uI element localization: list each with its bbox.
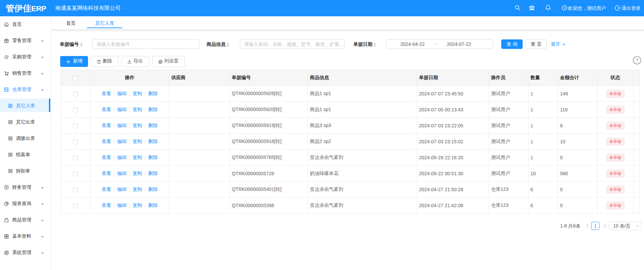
svg-text:?: ? [636,58,639,63]
